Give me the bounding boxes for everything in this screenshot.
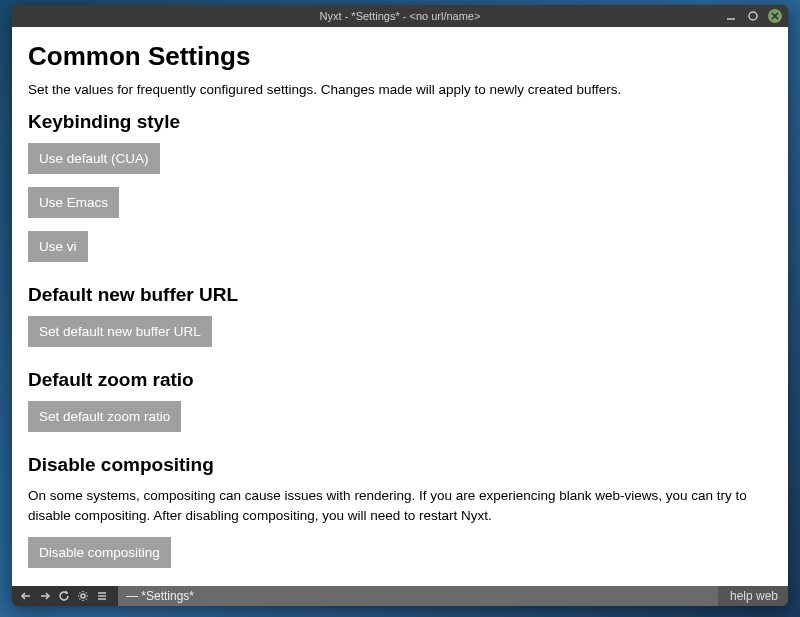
svg-point-1 <box>749 12 757 20</box>
status-buffer-label: — *Settings* <box>126 589 194 603</box>
statusbar: — *Settings* help web <box>12 586 788 606</box>
status-modes-label: help web <box>730 589 778 603</box>
app-window: Nyxt - *Settings* - <no url/name> Common… <box>12 5 788 606</box>
set-default-zoom-ratio-button[interactable]: Set default zoom ratio <box>28 401 181 432</box>
svg-point-6 <box>81 594 85 598</box>
back-icon[interactable] <box>20 590 32 602</box>
window-title: Nyxt - *Settings* - <no url/name> <box>320 10 481 22</box>
page-title: Common Settings <box>28 41 772 72</box>
menu-icon[interactable] <box>96 590 108 602</box>
keybinding-heading: Keybinding style <box>28 111 772 133</box>
set-default-new-buffer-url-button[interactable]: Set default new buffer URL <box>28 316 212 347</box>
reload-icon[interactable] <box>58 590 70 602</box>
titlebar: Nyxt - *Settings* - <no url/name> <box>12 5 788 27</box>
close-icon[interactable] <box>768 9 782 23</box>
maximize-icon[interactable] <box>746 9 760 23</box>
new-buffer-url-heading: Default new buffer URL <box>28 284 772 306</box>
compositing-heading: Disable compositing <box>28 454 772 476</box>
content-area: Common Settings Set the values for frequ… <box>12 27 788 586</box>
forward-icon[interactable] <box>39 590 51 602</box>
titlebar-controls <box>724 9 782 23</box>
compositing-description: On some systems, compositing can cause i… <box>28 486 772 525</box>
use-vi-button[interactable]: Use vi <box>28 231 88 262</box>
gear-icon[interactable] <box>77 590 89 602</box>
use-default-cua-button[interactable]: Use default (CUA) <box>28 143 160 174</box>
zoom-ratio-heading: Default zoom ratio <box>28 369 772 391</box>
disable-compositing-button[interactable]: Disable compositing <box>28 537 171 568</box>
page-description: Set the values for frequently configured… <box>28 82 772 97</box>
status-modes[interactable]: help web <box>718 586 788 606</box>
status-buffer[interactable]: — *Settings* <box>118 586 718 606</box>
use-emacs-button[interactable]: Use Emacs <box>28 187 119 218</box>
minimize-icon[interactable] <box>724 9 738 23</box>
status-nav-controls <box>12 586 118 606</box>
